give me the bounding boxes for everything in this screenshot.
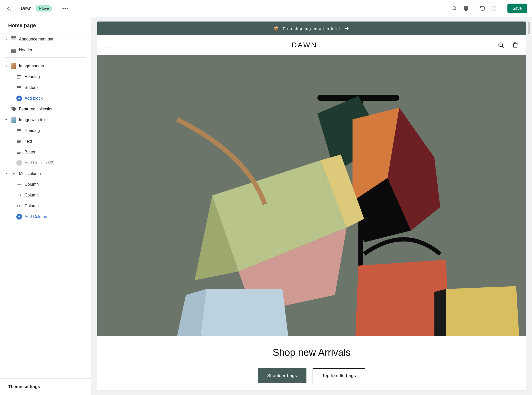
svg-point-13 <box>12 108 13 109</box>
section-label: Image with text <box>19 118 47 122</box>
plus-circle-icon <box>16 96 22 101</box>
search-button[interactable] <box>449 3 460 14</box>
preview-banner-content: Shop new Arrivals Shoulder bags Top hand… <box>97 336 526 390</box>
svg-rect-8 <box>17 86 21 87</box>
svg-rect-14 <box>17 129 21 130</box>
add-column-button[interactable]: Add Column <box>0 211 91 222</box>
block-label: Heading <box>25 75 40 79</box>
section-image-with-text[interactable]: Image with text <box>0 115 91 125</box>
theme-name: Dawn <box>21 6 31 11</box>
block-buttons[interactable]: Buttons <box>0 82 91 93</box>
add-block-disabled: Add block (3/3) <box>0 158 91 168</box>
preview-scrollbar[interactable] <box>528 22 530 34</box>
banner-primary-button[interactable]: Shoulder bags <box>258 368 306 383</box>
menu-button[interactable] <box>104 43 111 47</box>
text-block-icon <box>16 74 22 80</box>
store-logo[interactable]: DAWN <box>292 41 317 49</box>
svg-rect-10 <box>17 89 20 89</box>
desktop-icon <box>463 5 469 12</box>
section-announcement-bar[interactable]: Announcement bar <box>0 34 91 45</box>
undo-icon <box>480 5 486 12</box>
more-menu-button[interactable] <box>61 4 69 13</box>
block-heading[interactable]: Heading <box>0 125 91 136</box>
search-icon <box>452 6 457 11</box>
package-icon: 📦 <box>274 26 279 31</box>
banner-heading: Shop new Arrivals <box>102 347 521 358</box>
add-block-button[interactable]: Add block <box>0 93 91 104</box>
svg-rect-0 <box>6 6 11 11</box>
text-block-icon <box>16 139 22 144</box>
svg-rect-4 <box>465 10 467 11</box>
section-label: Header <box>19 48 32 52</box>
multicolumn-section-icon: FIN <box>11 171 16 176</box>
header-section-icon <box>11 47 16 53</box>
plus-circle-icon <box>16 160 22 166</box>
featured-collection-icon <box>11 106 16 112</box>
add-column-label: Add Column <box>25 214 47 219</box>
svg-rect-20 <box>17 151 21 151</box>
live-badge: Live <box>36 5 52 12</box>
svg-rect-7 <box>17 78 20 79</box>
svg-line-29 <box>502 46 504 48</box>
column-icon: FIN <box>16 182 22 187</box>
preview-announcement-bar[interactable]: 📦 Free shipping on all orders! <box>97 22 526 35</box>
block-label: Button <box>25 150 36 154</box>
chevron-down-icon <box>5 172 8 175</box>
banner-secondary-button[interactable]: Top handle bags <box>313 368 365 383</box>
sidebar: Home page Announcement bar Header <box>0 17 91 395</box>
svg-point-1 <box>453 6 456 9</box>
search-icon[interactable] <box>498 42 504 48</box>
live-badge-label: Live <box>42 6 49 11</box>
cart-icon[interactable] <box>512 42 519 48</box>
svg-point-28 <box>499 43 503 47</box>
block-button[interactable]: Button <box>0 147 91 158</box>
section-header[interactable]: Header <box>0 45 91 55</box>
section-multicolumn[interactable]: FIN Multicolumn <box>0 168 91 179</box>
svg-rect-17 <box>17 140 21 141</box>
svg-line-2 <box>455 9 456 10</box>
block-text[interactable]: Text <box>0 136 91 147</box>
redo-icon <box>491 5 497 12</box>
section-label: Announcement bar <box>19 37 54 41</box>
svg-rect-22 <box>17 153 20 154</box>
chevron-down-icon <box>5 65 8 67</box>
page-title: Home page <box>0 17 91 34</box>
block-label: Heading <box>25 128 40 133</box>
text-block-icon <box>16 149 22 155</box>
column-icon: ᑕᑌ <box>16 203 22 209</box>
block-column-1[interactable]: FIN Column <box>0 179 91 190</box>
block-column-2[interactable]: )G Column <box>0 190 91 201</box>
viewport-button[interactable] <box>460 3 472 14</box>
undo-button[interactable] <box>477 3 488 14</box>
block-heading[interactable]: Heading <box>0 71 91 82</box>
arrow-right-icon <box>344 26 349 31</box>
section-featured-collection[interactable]: Featured collection <box>0 104 91 115</box>
svg-rect-3 <box>464 6 468 10</box>
announcement-text: Free shipping on all orders! <box>283 26 340 31</box>
live-dot-icon <box>39 7 41 9</box>
preview-banner-image <box>97 55 526 336</box>
block-label: Column <box>25 182 39 187</box>
section-image-banner[interactable]: Image banner <box>0 61 91 71</box>
block-label: Text <box>25 139 32 144</box>
svg-rect-21 <box>17 152 21 153</box>
block-label: Column <box>25 204 39 208</box>
save-button[interactable]: Save <box>507 4 527 13</box>
image-with-text-section-icon <box>11 117 16 123</box>
block-label: Buttons <box>25 85 38 90</box>
dots-icon <box>62 8 68 9</box>
preview-store-header: DAWN <box>97 35 526 55</box>
topbar: Dawn Live <box>0 0 532 17</box>
redo-button[interactable] <box>488 3 499 14</box>
svg-rect-5 <box>17 75 21 76</box>
text-block-icon <box>16 85 22 90</box>
add-block-label: Add block <box>25 96 42 101</box>
back-button[interactable] <box>0 0 17 17</box>
svg-rect-18 <box>17 141 21 142</box>
plus-circle-icon <box>16 214 22 220</box>
theme-settings-button[interactable]: Theme settings <box>0 378 91 395</box>
section-label: Featured collection <box>19 107 54 111</box>
column-icon: )G <box>16 192 22 198</box>
block-column-3[interactable]: ᑕᑌ Column <box>0 201 91 211</box>
svg-rect-9 <box>17 87 21 88</box>
